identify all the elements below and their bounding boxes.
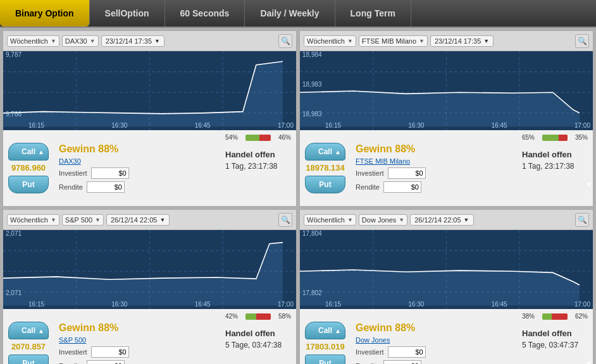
progress-bar-green-dax30 xyxy=(245,135,259,141)
price-label-sp500: 2070.857 xyxy=(11,342,46,352)
progress-area-dax30: 54% 46% Handel offen 1 Tag, 23:17:38 xyxy=(220,130,296,206)
call-put-area-dax30: Call 9786.960 Put xyxy=(3,130,54,206)
asset-link-ftse[interactable]: FTSE MIB Milano xyxy=(356,157,512,165)
handel-text-dax30: Handel offen xyxy=(225,150,291,159)
call-put-area-sp500: Call 2070.857 Put xyxy=(3,309,54,364)
put-button-sp500[interactable]: Put xyxy=(8,355,49,364)
panel-bottom-dowjones: Call 17803.019 Put Gewinn 88% Dow Jones … xyxy=(300,309,593,364)
asset-select-arrow-dax30: ▼ xyxy=(90,38,96,44)
investiert-row-sp500: Investiert xyxy=(59,346,215,358)
rendite-label-ftse: Rendite xyxy=(356,183,380,191)
asset-select-dax30[interactable]: DAX30 ▼ xyxy=(62,35,99,47)
investiert-row-ftse: Investiert xyxy=(356,167,512,179)
period-select-ftse[interactable]: Wöchentlich ▼ xyxy=(304,35,356,47)
info-area-dowjones: Gewinn 88% Dow Jones Investiert Rendite xyxy=(351,309,517,364)
panel-header-dax30: Wöchentlich ▼ DAX30 ▼ 23/12/14 17:35 ▼ 🔍 xyxy=(3,31,296,51)
progress-bar-dowjones xyxy=(542,313,568,320)
rendite-row-sp500: Rendite xyxy=(59,360,215,364)
period-select-sp500[interactable]: Wöchentlich ▼ xyxy=(7,214,59,226)
timer-text-dax30: 1 Tag, 23:17:38 xyxy=(225,162,291,171)
zoom-icon-dowjones[interactable]: 🔍 xyxy=(575,213,589,227)
investiert-label-dowjones: Investiert xyxy=(356,348,384,356)
asset-select-dowjones[interactable]: Dow Jones ▼ xyxy=(359,214,407,226)
nav-sell-option[interactable]: SellOption xyxy=(90,0,165,27)
asset-link-sp500[interactable]: S&P 500 xyxy=(59,336,215,344)
investiert-row-dax30: Investiert xyxy=(59,167,215,179)
chart-area-dax30: 9,787 9,786 16:15 16:30 16:45 17:00 xyxy=(3,51,296,130)
rendite-row-dowjones: Rendite xyxy=(356,360,512,364)
period-select-arrow-ftse: ▼ xyxy=(347,38,353,44)
rendite-input-dax30[interactable] xyxy=(87,181,125,193)
asset-select-sp500[interactable]: S&P 500 ▼ xyxy=(62,214,104,226)
gewinn-label-dowjones: Gewinn 88% xyxy=(356,322,512,334)
call-put-area-dowjones: Call 17803.019 Put xyxy=(300,309,351,364)
main-content: Wöchentlich ▼ DAX30 ▼ 23/12/14 17:35 ▼ 🔍 xyxy=(0,28,596,364)
investiert-input-sp500[interactable] xyxy=(91,346,129,358)
gewinn-label-dax30: Gewinn 88% xyxy=(59,143,215,155)
handel-text-sp500: Handel offen xyxy=(225,329,291,338)
handel-text-dowjones: Handel offen xyxy=(522,329,588,338)
nav-long-term[interactable]: Long Term xyxy=(335,0,411,27)
progress-row-ftse: 65% 35% xyxy=(522,134,588,141)
timer-text-sp500: 5 Tage, 03:47:38 xyxy=(225,341,291,349)
handel-text-ftse: Handel offen xyxy=(522,150,588,159)
call-button-sp500[interactable]: Call xyxy=(8,322,49,339)
put-button-dax30[interactable]: Put xyxy=(8,176,49,193)
panel-header-dowjones: Wöchentlich ▼ Dow Jones ▼ 26/12/14 22:05… xyxy=(300,210,593,230)
progress-bar-red-sp500 xyxy=(256,313,271,320)
period-select-dowjones[interactable]: Wöchentlich ▼ xyxy=(304,214,356,226)
nav-binary-option[interactable]: Binary Option xyxy=(0,0,90,27)
panel-sp500: Wöchentlich ▼ S&P 500 ▼ 26/12/14 22:05 ▼… xyxy=(3,209,297,364)
progress-row-dowjones: 38% 62% xyxy=(522,313,588,320)
investiert-input-dax30[interactable] xyxy=(91,167,129,179)
asset-select-arrow-ftse: ▼ xyxy=(419,38,425,44)
asset-select-ftse[interactable]: FTSE MIB Milano ▼ xyxy=(359,35,428,47)
datetime-select-ftse[interactable]: 23/12/14 17:35 ▼ xyxy=(430,35,494,47)
investiert-input-dowjones[interactable] xyxy=(388,346,426,358)
period-select-dax30[interactable]: Wöchentlich ▼ xyxy=(7,35,59,47)
asset-select-arrow-dowjones: ▼ xyxy=(399,217,404,223)
datetime-arrow-dax30: ▼ xyxy=(154,38,160,44)
call-button-dowjones[interactable]: Call xyxy=(305,322,345,339)
info-area-sp500: Gewinn 88% S&P 500 Investiert Rendite xyxy=(54,309,220,364)
timer-text-dowjones: 5 Tage, 03:47:37 xyxy=(522,341,588,349)
datetime-select-dax30[interactable]: 23/12/14 17:35 ▼ xyxy=(101,35,165,47)
progress-right-pct-sp500: 58% xyxy=(273,313,291,320)
datetime-select-dowjones[interactable]: 26/12/14 22:05 ▼ xyxy=(410,214,473,226)
zoom-icon-ftse[interactable]: 🔍 xyxy=(575,34,589,48)
timer-text-ftse: 1 Tag, 23:17:38 xyxy=(522,162,588,171)
progress-right-pct-ftse: 35% xyxy=(570,134,588,141)
nav-daily-weekly[interactable]: Daily / Weekly xyxy=(245,0,335,27)
asset-link-dax30[interactable]: DAX30 xyxy=(59,157,215,165)
call-button-dax30[interactable]: Call xyxy=(8,143,49,161)
asset-select-arrow-sp500: ▼ xyxy=(95,217,101,223)
info-area-ftse: Gewinn 88% FTSE MIB Milano Investiert Re… xyxy=(351,130,517,206)
progress-bar-red-dax30 xyxy=(259,135,271,141)
progress-bar-green-sp500 xyxy=(245,313,256,320)
panel-dax30: Wöchentlich ▼ DAX30 ▼ 23/12/14 17:35 ▼ 🔍 xyxy=(3,30,297,207)
gewinn-label-sp500: Gewinn 88% xyxy=(59,322,215,334)
progress-area-ftse: 65% 35% Handel offen 1 Tag, 23:17:38 xyxy=(517,130,593,206)
datetime-select-sp500[interactable]: 26/12/14 22:05 ▼ xyxy=(106,214,170,226)
put-button-ftse[interactable]: Put xyxy=(305,176,345,193)
rendite-input-sp500[interactable] xyxy=(87,360,125,364)
panel-header-ftse: Wöchentlich ▼ FTSE MIB Milano ▼ 23/12/14… xyxy=(300,31,593,51)
zoom-icon-dax30[interactable]: 🔍 xyxy=(278,34,292,48)
progress-right-pct-dowjones: 62% xyxy=(570,313,588,320)
price-label-dowjones: 17803.019 xyxy=(306,342,344,352)
nav-60-seconds[interactable]: 60 Seconds xyxy=(165,0,245,27)
chart-area-dowjones: 17,804 17,802 16:15 16:30 16:45 17:00 xyxy=(300,230,593,309)
zoom-icon-sp500[interactable]: 🔍 xyxy=(278,213,292,227)
rendite-input-dowjones[interactable] xyxy=(383,360,421,364)
price-label-dax30: 9786.960 xyxy=(11,163,46,173)
investiert-row-dowjones: Investiert xyxy=(356,346,512,358)
asset-link-dowjones[interactable]: Dow Jones xyxy=(356,336,512,344)
investiert-input-ftse[interactable] xyxy=(388,167,426,179)
progress-left-pct-sp500: 42% xyxy=(225,313,243,320)
investiert-label-dax30: Investiert xyxy=(59,169,87,177)
put-button-dowjones[interactable]: Put xyxy=(305,355,345,364)
rendite-input-ftse[interactable] xyxy=(383,181,421,193)
progress-bar-green-dowjones xyxy=(542,313,552,320)
progress-area-sp500: 42% 58% Handel offen 5 Tage, 03:47:38 xyxy=(220,309,296,364)
call-button-ftse[interactable]: Call xyxy=(305,143,345,161)
